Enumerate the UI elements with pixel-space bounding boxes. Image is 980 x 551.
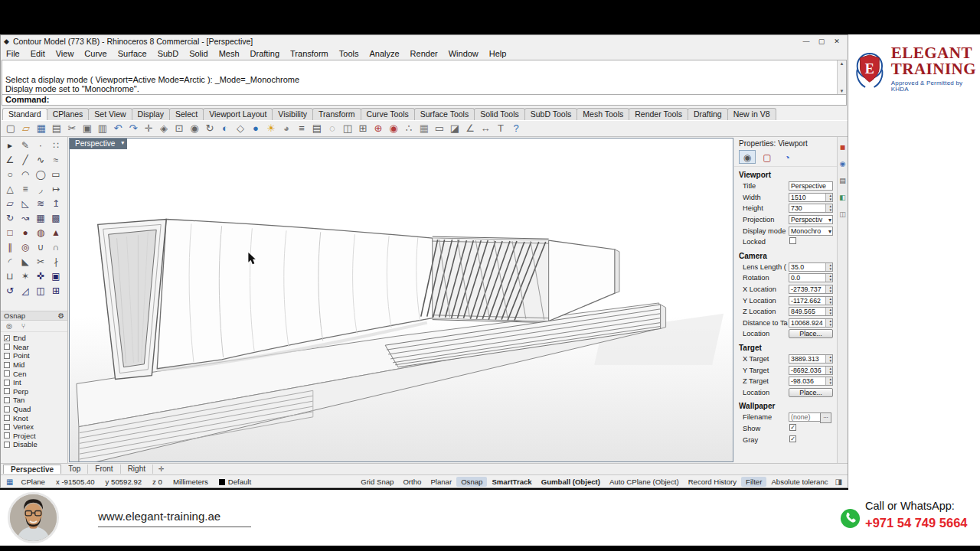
menu-item[interactable]: Surface <box>113 49 152 58</box>
toolbar-tab[interactable]: Mesh Tools <box>577 108 629 120</box>
property-value[interactable]: ✓ <box>789 435 833 445</box>
move-icon[interactable]: ✜ <box>33 269 48 284</box>
network-surface-icon[interactable]: ▩ <box>48 211 64 226</box>
clipping-plane-icon[interactable]: ◪ <box>447 121 462 136</box>
status-toggle[interactable]: SmartTrack <box>487 477 536 487</box>
property-value[interactable]: Place... <box>789 388 833 397</box>
property-value[interactable]: Perspectiv <box>789 215 833 224</box>
property-value[interactable]: ✓ <box>789 424 833 433</box>
text-icon[interactable]: T <box>493 121 508 136</box>
wireframe-view-icon[interactable]: ◇ <box>233 121 248 136</box>
lights-icon[interactable]: ☀ <box>263 121 279 136</box>
status-readout[interactable]: CPlane <box>15 478 50 486</box>
osnap-checkbox[interactable]: Quad <box>4 405 67 414</box>
extrude-icon[interactable]: ↥ <box>48 197 64 211</box>
toolbar-tab[interactable]: Surface Tools <box>414 108 475 120</box>
ellipse-icon[interactable]: ◯ <box>33 168 48 182</box>
osnap-checkbox[interactable]: Near <box>4 343 67 352</box>
menu-item[interactable]: Curve <box>79 49 112 58</box>
checkbox[interactable] <box>4 432 10 439</box>
display-panel-tab-icon[interactable]: ▤ <box>839 177 846 184</box>
torus-icon[interactable]: ◎ <box>18 240 33 255</box>
command-history[interactable]: Select a display mode ( Viewport=Active … <box>2 60 847 95</box>
status-toggle[interactable]: Gumball (Object) <box>537 477 605 487</box>
pan-icon[interactable]: ✛ <box>141 121 156 136</box>
viewport-tab[interactable]: Front <box>88 465 120 474</box>
print-icon[interactable]: ▤ <box>49 121 64 136</box>
point-cloud-icon[interactable]: ∷ <box>48 139 64 153</box>
toolbar-tab[interactable]: Display <box>132 108 170 120</box>
split-icon[interactable]: ∤ <box>48 255 64 269</box>
box-icon[interactable]: □ <box>2 226 18 240</box>
toolbar-tab[interactable]: Solid Tools <box>474 108 525 120</box>
dimension-icon[interactable]: ↔ <box>478 121 493 136</box>
toolbar-tab[interactable]: Viewport Layout <box>203 108 273 120</box>
property-value[interactable] <box>789 237 833 246</box>
help-panel-tab-icon[interactable]: ◧ <box>839 194 846 201</box>
select-arrow-icon[interactable]: ▸ <box>2 139 18 153</box>
viewport-tab[interactable]: Right <box>121 465 153 474</box>
command-history-scrollbar[interactable]: ▲ ▼ <box>837 60 846 94</box>
property-value[interactable]: (none) <box>789 412 821 422</box>
zoom-window-icon[interactable]: ⊡ <box>172 121 187 136</box>
osnap-checkbox[interactable]: Mid <box>4 360 67 370</box>
loft-icon[interactable]: ≋ <box>33 197 48 211</box>
osnap-checkbox[interactable]: Int <box>4 378 67 387</box>
copy-object-icon[interactable]: ▣ <box>48 269 64 284</box>
menu-item[interactable]: Solid <box>184 49 213 58</box>
join-icon[interactable]: ⊔ <box>2 269 18 284</box>
mirror-icon[interactable]: ◫ <box>33 284 48 298</box>
toolbar-tab[interactable]: Render Tools <box>629 108 688 120</box>
display-properties-icon[interactable]: ▢ <box>759 150 776 164</box>
properties-panel-tab-icon[interactable]: ◼ <box>840 143 845 151</box>
patch-icon[interactable]: ▦ <box>33 211 48 226</box>
toolbar-tab[interactable]: Curve Tools <box>361 108 415 120</box>
viewport-canvas[interactable]: Perspective <box>69 138 733 462</box>
cone-icon[interactable]: ▲ <box>48 226 64 240</box>
property-value[interactable]: Place... <box>789 329 833 338</box>
materials-icon[interactable]: ◕ <box>279 121 294 136</box>
property-value[interactable]: 10068.924 <box>789 318 833 328</box>
checkbox[interactable] <box>4 397 10 403</box>
record-history-icon[interactable]: ◉ <box>386 121 401 136</box>
menu-item[interactable]: Window <box>443 49 484 58</box>
checkbox[interactable] <box>4 370 10 377</box>
arc-icon[interactable]: ◠ <box>18 168 33 182</box>
osnap-checkbox[interactable]: Project <box>4 432 67 441</box>
checkbox[interactable] <box>4 344 10 350</box>
rotate-view-icon[interactable]: ↻ <box>202 121 217 136</box>
revolve-icon[interactable]: ↻ <box>2 211 18 226</box>
group-icon[interactable]: ⊞ <box>355 121 371 136</box>
osnap-checkbox[interactable]: Knot <box>4 413 67 422</box>
status-readout[interactable]: y 50592.92 <box>100 478 147 486</box>
property-value[interactable]: -1172.662 <box>789 296 833 305</box>
toolbar-tab[interactable]: Visibility <box>272 108 313 120</box>
viewport-tab[interactable]: Top <box>61 465 88 474</box>
status-readout[interactable]: Default <box>214 478 256 486</box>
fillet-edge-icon[interactable]: ◜ <box>2 255 18 269</box>
gumball-icon[interactable]: ⊕ <box>371 121 386 136</box>
osnap-checkbox[interactable]: Vertex <box>4 422 67 432</box>
checkbox[interactable] <box>4 406 10 412</box>
status-readout[interactable]: z 0 <box>147 478 168 486</box>
toolbar-tab[interactable]: Select <box>169 108 204 120</box>
toolbar-tab[interactable]: Drafting <box>688 108 728 120</box>
checkbox[interactable] <box>4 353 10 359</box>
copy-icon[interactable]: ▣ <box>80 121 95 136</box>
object-display-icon[interactable]: ◔ <box>779 150 795 164</box>
viewport-tab[interactable]: Perspective <box>3 465 61 474</box>
handle-curve-icon[interactable]: ≈ <box>48 153 64 168</box>
property-value[interactable]: 35.0 <box>789 262 833 272</box>
property-value[interactable]: -98.036 <box>789 377 833 386</box>
scroll-down-icon[interactable]: ▼ <box>840 89 844 93</box>
layers-panel-tab-icon[interactable]: ◉ <box>840 160 846 168</box>
property-value[interactable]: -2739.737 <box>789 285 833 294</box>
shaded-view-icon[interactable]: ◐ <box>217 121 233 136</box>
status-readout[interactable]: x -91505.40 <box>51 478 100 486</box>
scroll-up-icon[interactable]: ▲ <box>840 61 844 66</box>
menu-item[interactable]: Drafting <box>245 49 286 58</box>
chamfer-edge-icon[interactable]: ◣ <box>18 255 33 269</box>
menu-item[interactable]: Render <box>405 49 443 58</box>
panel-toggle-icon[interactable]: ◨ <box>835 478 842 486</box>
command-input[interactable]: Command: <box>2 95 847 106</box>
